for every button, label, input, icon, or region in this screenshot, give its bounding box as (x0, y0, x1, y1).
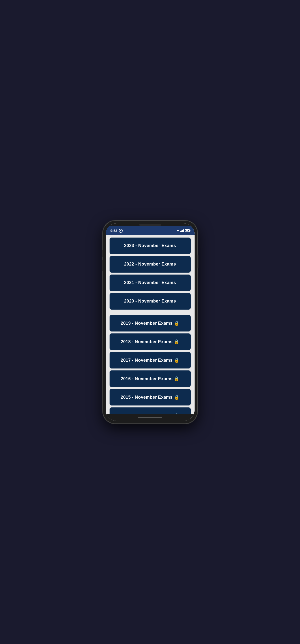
wifi-icon: ▾ (177, 229, 179, 233)
exam-button-2017[interactable]: 2017 - November Exams 🔒 (110, 352, 191, 368)
exam-button-2020[interactable]: 2020 - November Exams (110, 293, 191, 310)
exam-button-2023[interactable]: 2023 - November Exams (110, 238, 191, 254)
signal-icon (180, 229, 184, 232)
status-time: 9:53 (111, 229, 117, 233)
app-content: 2023 - November Exams2022 - November Exa… (106, 235, 195, 414)
gap-divider (110, 312, 191, 315)
exam-button-2014[interactable]: 2014 - November Exams 🔒 (110, 408, 191, 414)
status-bar: 9:53 ☻ ▾ (106, 226, 195, 235)
exam-button-2015[interactable]: 2015 - November Exams 🔒 (110, 389, 191, 406)
exam-list: 2023 - November Exams2022 - November Exa… (110, 238, 191, 414)
power-button[interactable] (197, 254, 198, 268)
status-right: ▾ (177, 229, 190, 233)
exam-button-2016[interactable]: 2016 - November Exams 🔒 (110, 370, 191, 387)
camera-dot (149, 224, 151, 226)
exam-button-2019[interactable]: 2019 - November Exams 🔒 (110, 315, 191, 332)
phone-frame: 9:53 ☻ ▾ (103, 220, 197, 424)
exam-button-2022[interactable]: 2022 - November Exams (110, 256, 191, 272)
home-indicator (138, 417, 162, 418)
battery-icon (185, 229, 190, 232)
status-left: 9:53 ☻ (111, 229, 123, 233)
volume-up-button[interactable] (102, 250, 103, 257)
phone-screen: 9:53 ☻ ▾ (106, 224, 195, 421)
exam-button-2021[interactable]: 2021 - November Exams (110, 274, 191, 291)
volume-down-button[interactable] (102, 260, 103, 271)
exam-button-2018[interactable]: 2018 - November Exams 🔒 (110, 334, 191, 350)
notch-bar (106, 224, 195, 226)
notification-icon: ☻ (119, 229, 123, 233)
home-indicator-bar (106, 414, 195, 421)
